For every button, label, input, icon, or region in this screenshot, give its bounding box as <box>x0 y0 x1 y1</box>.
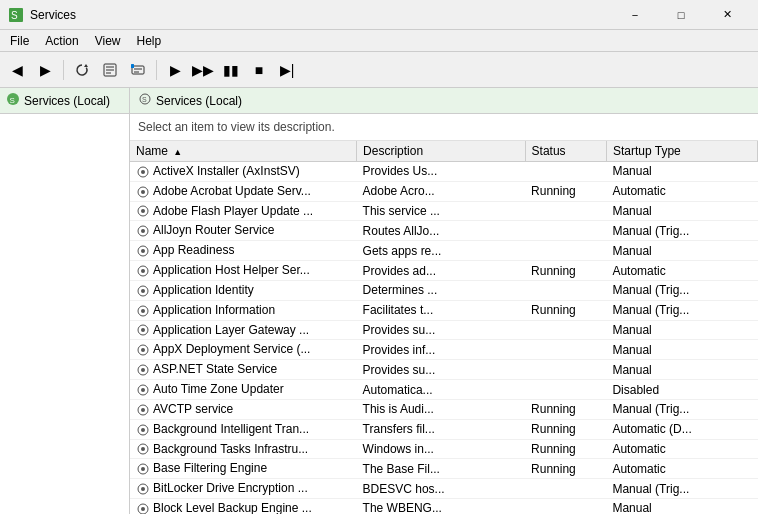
pause-service-button[interactable]: ▮▮ <box>218 57 244 83</box>
svg-point-36 <box>141 368 145 372</box>
table-row[interactable]: Application Layer Gateway ... Provides s… <box>130 320 758 340</box>
sort-arrow-name: ▲ <box>173 147 182 157</box>
app-icon: S <box>8 7 24 23</box>
table-row[interactable]: Application Host Helper Ser... Provides … <box>130 261 758 281</box>
cell-startup: Manual <box>606 340 757 360</box>
table-row[interactable]: Application Information Facilitates t...… <box>130 300 758 320</box>
title-bar: S Services − □ ✕ <box>0 0 758 30</box>
services-table-wrapper[interactable]: Name ▲ Description Status Startup Type <box>130 141 758 514</box>
service-icon <box>136 323 150 337</box>
cell-name: ASP.NET State Service <box>130 360 357 380</box>
cell-name: Background Intelligent Tran... <box>130 419 357 439</box>
export-button[interactable] <box>97 57 123 83</box>
cell-startup: Manual (Trig... <box>606 479 757 499</box>
table-row[interactable]: AVCTP service This is Audi... Running Ma… <box>130 399 758 419</box>
svg-rect-10 <box>131 64 134 68</box>
left-panel: S Services (Local) <box>0 88 130 514</box>
service-icon <box>136 284 150 298</box>
cell-name: BitLocker Drive Encryption ... <box>130 479 357 499</box>
right-panel-icon: S <box>138 92 152 109</box>
forward-button[interactable]: ▶ <box>32 57 58 83</box>
table-row[interactable]: Block Level Backup Engine ... The WBENG.… <box>130 499 758 514</box>
service-icon <box>136 343 150 357</box>
resume-service-button[interactable]: ▶▶ <box>190 57 216 83</box>
cell-desc: Routes AllJo... <box>357 221 525 241</box>
properties-button[interactable] <box>125 57 151 83</box>
window-title: Services <box>30 8 612 22</box>
svg-point-22 <box>141 229 145 233</box>
maximize-button[interactable]: □ <box>658 0 704 30</box>
cell-desc: Gets apps re... <box>357 241 525 261</box>
cell-name: Application Information <box>130 300 357 320</box>
cell-desc: BDESVC hos... <box>357 479 525 499</box>
cell-startup: Manual <box>606 499 757 514</box>
service-icon <box>136 482 150 496</box>
cell-desc: Facilitates t... <box>357 300 525 320</box>
stop-service-button[interactable]: ■ <box>246 57 272 83</box>
service-icon <box>136 442 150 456</box>
toolbar: ◀ ▶ ▶ ▶▶ ▮▮ ■ ▶| <box>0 52 758 88</box>
menu-view[interactable]: View <box>87 32 129 50</box>
cell-name: Base Filtering Engine <box>130 459 357 479</box>
svg-point-40 <box>141 408 145 412</box>
col-header-name[interactable]: Name ▲ <box>130 141 357 162</box>
svg-point-28 <box>141 289 145 293</box>
col-header-description[interactable]: Description <box>357 141 525 162</box>
cell-startup: Manual (Trig... <box>606 399 757 419</box>
svg-point-46 <box>141 467 145 471</box>
menu-action[interactable]: Action <box>37 32 86 50</box>
right-panel-header: S Services (Local) <box>130 88 758 114</box>
description-text: Select an item to view its description. <box>138 120 335 134</box>
menu-help[interactable]: Help <box>129 32 170 50</box>
table-header: Name ▲ Description Status Startup Type <box>130 141 758 162</box>
cell-status <box>525 221 606 241</box>
cell-name: Application Layer Gateway ... <box>130 320 357 340</box>
start-service-button[interactable]: ▶ <box>162 57 188 83</box>
cell-name: Application Identity <box>130 280 357 300</box>
services-tbody: ActiveX Installer (AxInstSV) Provides Us… <box>130 162 758 515</box>
cell-status <box>525 360 606 380</box>
table-row[interactable]: ASP.NET State Service Provides su... Man… <box>130 360 758 380</box>
table-row[interactable]: Adobe Acrobat Update Serv... Adobe Acro.… <box>130 181 758 201</box>
table-row[interactable]: AllJoyn Router Service Routes AllJo... M… <box>130 221 758 241</box>
table-row[interactable]: Application Identity Determines ... Manu… <box>130 280 758 300</box>
right-panel: S Services (Local) Select an item to vie… <box>130 88 758 514</box>
cell-name: AppX Deployment Service (... <box>130 340 357 360</box>
service-icon <box>136 165 150 179</box>
cell-status <box>525 380 606 400</box>
cell-startup: Manual <box>606 162 757 182</box>
table-row[interactable]: Background Intelligent Tran... Transfers… <box>130 419 758 439</box>
service-icon <box>136 502 150 514</box>
table-row[interactable]: Background Tasks Infrastru... Windows in… <box>130 439 758 459</box>
minimize-button[interactable]: − <box>612 0 658 30</box>
description-row: Select an item to view its description. <box>130 114 758 141</box>
restart-service-button[interactable]: ▶| <box>274 57 300 83</box>
cell-desc: Adobe Acro... <box>357 181 525 201</box>
back-button[interactable]: ◀ <box>4 57 30 83</box>
right-panel-title: Services (Local) <box>156 94 242 108</box>
table-row[interactable]: BitLocker Drive Encryption ... BDESVC ho… <box>130 479 758 499</box>
col-header-startup[interactable]: Startup Type <box>606 141 757 162</box>
cell-desc: This is Audi... <box>357 399 525 419</box>
cell-status <box>525 320 606 340</box>
services-table: Name ▲ Description Status Startup Type <box>130 141 758 514</box>
table-row[interactable]: App Readiness Gets apps re... Manual <box>130 241 758 261</box>
cell-status: Running <box>525 419 606 439</box>
close-button[interactable]: ✕ <box>704 0 750 30</box>
menu-file[interactable]: File <box>2 32 37 50</box>
col-header-status[interactable]: Status <box>525 141 606 162</box>
refresh-button[interactable] <box>69 57 95 83</box>
svg-text:S: S <box>11 10 18 21</box>
cell-desc: Provides ad... <box>357 261 525 281</box>
table-row[interactable]: Auto Time Zone Updater Automatica... Dis… <box>130 380 758 400</box>
left-panel-header: S Services (Local) <box>0 88 129 114</box>
svg-point-26 <box>141 269 145 273</box>
table-row[interactable]: AppX Deployment Service (... Provides in… <box>130 340 758 360</box>
table-row[interactable]: Adobe Flash Player Update ... This servi… <box>130 201 758 221</box>
cell-desc: The Base Fil... <box>357 459 525 479</box>
service-icon <box>136 185 150 199</box>
table-row[interactable]: ActiveX Installer (AxInstSV) Provides Us… <box>130 162 758 182</box>
cell-startup: Disabled <box>606 380 757 400</box>
table-row[interactable]: Base Filtering Engine The Base Fil... Ru… <box>130 459 758 479</box>
cell-status <box>525 280 606 300</box>
